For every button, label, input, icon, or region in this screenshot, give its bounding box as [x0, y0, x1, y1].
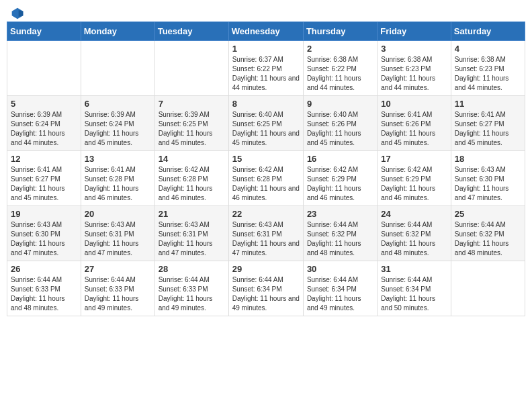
day-number: 5 [11, 99, 77, 109]
day-number: 4 [455, 44, 521, 54]
calendar-cell: 26 Sunrise: 6:44 AMSunset: 6:33 PMDaylig… [7, 261, 81, 316]
weekday-header-tuesday: Tuesday [154, 22, 228, 41]
calendar-cell: 12 Sunrise: 6:41 AMSunset: 6:27 PMDaylig… [7, 151, 81, 206]
day-number: 21 [159, 209, 225, 219]
day-number: 9 [307, 99, 373, 109]
weekday-header-saturday: Saturday [451, 22, 525, 41]
day-info: Sunrise: 6:43 AMSunset: 6:31 PMDaylight:… [232, 220, 300, 258]
day-number: 14 [159, 154, 225, 164]
calendar-cell: 10 Sunrise: 6:41 AMSunset: 6:26 PMDaylig… [378, 96, 451, 151]
day-number: 26 [11, 264, 77, 274]
calendar-cell: 7 Sunrise: 6:39 AMSunset: 6:25 PMDayligh… [154, 96, 228, 151]
day-info: Sunrise: 6:41 AMSunset: 6:26 PMDaylight:… [381, 110, 447, 148]
day-number: 7 [159, 99, 225, 109]
calendar-cell: 31 Sunrise: 6:44 AMSunset: 6:34 PMDaylig… [378, 261, 451, 316]
calendar-cell: 22 Sunrise: 6:43 AMSunset: 6:31 PMDaylig… [228, 206, 303, 261]
day-info: Sunrise: 6:38 AMSunset: 6:23 PMDaylight:… [381, 55, 447, 93]
day-number: 25 [455, 209, 521, 219]
day-number: 18 [455, 154, 521, 164]
day-info: Sunrise: 6:44 AMSunset: 6:32 PMDaylight:… [455, 220, 521, 258]
calendar-cell: 4 Sunrise: 6:38 AMSunset: 6:23 PMDayligh… [451, 41, 525, 96]
calendar-cell: 6 Sunrise: 6:39 AMSunset: 6:24 PMDayligh… [81, 96, 154, 151]
calendar-cell: 5 Sunrise: 6:39 AMSunset: 6:24 PMDayligh… [7, 96, 81, 151]
day-number: 13 [85, 154, 151, 164]
calendar-cell: 30 Sunrise: 6:44 AMSunset: 6:34 PMDaylig… [303, 261, 377, 316]
calendar-cell [7, 41, 81, 96]
calendar-cell: 13 Sunrise: 6:41 AMSunset: 6:28 PMDaylig… [81, 151, 154, 206]
calendar-cell: 11 Sunrise: 6:41 AMSunset: 6:27 PMDaylig… [451, 96, 525, 151]
calendar-week-row: 26 Sunrise: 6:44 AMSunset: 6:33 PMDaylig… [7, 261, 525, 316]
day-number: 22 [232, 209, 300, 219]
day-number: 8 [232, 99, 300, 109]
day-info: Sunrise: 6:43 AMSunset: 6:30 PMDaylight:… [455, 165, 521, 203]
calendar-table: SundayMondayTuesdayWednesdayThursdayFrid… [7, 21, 525, 316]
weekday-header-row: SundayMondayTuesdayWednesdayThursdayFrid… [7, 22, 525, 41]
day-number: 17 [381, 154, 447, 164]
day-info: Sunrise: 6:42 AMSunset: 6:28 PMDaylight:… [232, 165, 300, 203]
day-number: 20 [85, 209, 151, 219]
day-info: Sunrise: 6:39 AMSunset: 6:24 PMDaylight:… [85, 110, 151, 148]
calendar-cell: 20 Sunrise: 6:43 AMSunset: 6:31 PMDaylig… [81, 206, 154, 261]
day-info: Sunrise: 6:44 AMSunset: 6:33 PMDaylight:… [85, 275, 151, 313]
calendar-cell: 8 Sunrise: 6:40 AMSunset: 6:25 PMDayligh… [228, 96, 303, 151]
calendar-cell: 24 Sunrise: 6:44 AMSunset: 6:32 PMDaylig… [378, 206, 451, 261]
day-info: Sunrise: 6:40 AMSunset: 6:26 PMDaylight:… [307, 110, 373, 148]
calendar-cell: 18 Sunrise: 6:43 AMSunset: 6:30 PMDaylig… [451, 151, 525, 206]
calendar-cell: 17 Sunrise: 6:42 AMSunset: 6:29 PMDaylig… [378, 151, 451, 206]
calendar-cell: 1 Sunrise: 6:37 AMSunset: 6:22 PMDayligh… [228, 41, 303, 96]
calendar-week-row: 12 Sunrise: 6:41 AMSunset: 6:27 PMDaylig… [7, 151, 525, 206]
day-info: Sunrise: 6:38 AMSunset: 6:23 PMDaylight:… [455, 55, 521, 93]
day-number: 3 [381, 44, 447, 54]
day-number: 23 [307, 209, 373, 219]
day-number: 19 [11, 209, 77, 219]
day-number: 30 [307, 264, 373, 274]
day-number: 15 [232, 154, 300, 164]
day-info: Sunrise: 6:44 AMSunset: 6:32 PMDaylight:… [381, 220, 447, 258]
calendar-cell: 29 Sunrise: 6:44 AMSunset: 6:34 PMDaylig… [228, 261, 303, 316]
day-number: 10 [381, 99, 447, 109]
day-info: Sunrise: 6:44 AMSunset: 6:34 PMDaylight:… [232, 275, 300, 313]
day-info: Sunrise: 6:41 AMSunset: 6:28 PMDaylight:… [85, 165, 151, 203]
calendar-week-row: 5 Sunrise: 6:39 AMSunset: 6:24 PMDayligh… [7, 96, 525, 151]
day-info: Sunrise: 6:44 AMSunset: 6:33 PMDaylight:… [11, 275, 77, 313]
day-number: 29 [232, 264, 300, 274]
calendar-cell: 14 Sunrise: 6:42 AMSunset: 6:28 PMDaylig… [154, 151, 228, 206]
day-info: Sunrise: 6:44 AMSunset: 6:34 PMDaylight:… [307, 275, 373, 313]
day-number: 6 [85, 99, 151, 109]
day-info: Sunrise: 6:44 AMSunset: 6:34 PMDaylight:… [381, 275, 447, 313]
day-number: 1 [232, 44, 300, 54]
calendar-cell: 19 Sunrise: 6:43 AMSunset: 6:30 PMDaylig… [7, 206, 81, 261]
day-number: 24 [381, 209, 447, 219]
weekday-header-monday: Monday [81, 22, 154, 41]
page-header [7, 7, 525, 16]
calendar-cell: 2 Sunrise: 6:38 AMSunset: 6:22 PMDayligh… [303, 41, 377, 96]
calendar-cell: 3 Sunrise: 6:38 AMSunset: 6:23 PMDayligh… [378, 41, 451, 96]
calendar-cell: 27 Sunrise: 6:44 AMSunset: 6:33 PMDaylig… [81, 261, 154, 316]
day-info: Sunrise: 6:43 AMSunset: 6:31 PMDaylight:… [85, 220, 151, 258]
day-number: 11 [455, 99, 521, 109]
day-info: Sunrise: 6:42 AMSunset: 6:29 PMDaylight:… [381, 165, 447, 203]
calendar-week-row: 19 Sunrise: 6:43 AMSunset: 6:30 PMDaylig… [7, 206, 525, 261]
day-info: Sunrise: 6:42 AMSunset: 6:29 PMDaylight:… [307, 165, 373, 203]
day-info: Sunrise: 6:39 AMSunset: 6:25 PMDaylight:… [159, 110, 225, 148]
calendar-cell: 9 Sunrise: 6:40 AMSunset: 6:26 PMDayligh… [303, 96, 377, 151]
weekday-header-wednesday: Wednesday [228, 22, 303, 41]
calendar-cell [451, 261, 525, 316]
day-number: 31 [381, 264, 447, 274]
day-number: 2 [307, 44, 373, 54]
calendar-cell [154, 41, 228, 96]
day-info: Sunrise: 6:37 AMSunset: 6:22 PMDaylight:… [232, 55, 300, 93]
day-number: 27 [85, 264, 151, 274]
day-info: Sunrise: 6:43 AMSunset: 6:30 PMDaylight:… [11, 220, 77, 258]
day-info: Sunrise: 6:41 AMSunset: 6:27 PMDaylight:… [455, 110, 521, 148]
day-info: Sunrise: 6:42 AMSunset: 6:28 PMDaylight:… [159, 165, 225, 203]
logo [9, 7, 24, 16]
calendar-week-row: 1 Sunrise: 6:37 AMSunset: 6:22 PMDayligh… [7, 41, 525, 96]
weekday-header-friday: Friday [378, 22, 451, 41]
day-info: Sunrise: 6:44 AMSunset: 6:32 PMDaylight:… [307, 220, 373, 258]
calendar-cell: 25 Sunrise: 6:44 AMSunset: 6:32 PMDaylig… [451, 206, 525, 261]
day-info: Sunrise: 6:40 AMSunset: 6:25 PMDaylight:… [232, 110, 300, 148]
day-info: Sunrise: 6:44 AMSunset: 6:33 PMDaylight:… [159, 275, 225, 313]
day-info: Sunrise: 6:43 AMSunset: 6:31 PMDaylight:… [159, 220, 225, 258]
day-number: 12 [11, 154, 77, 164]
